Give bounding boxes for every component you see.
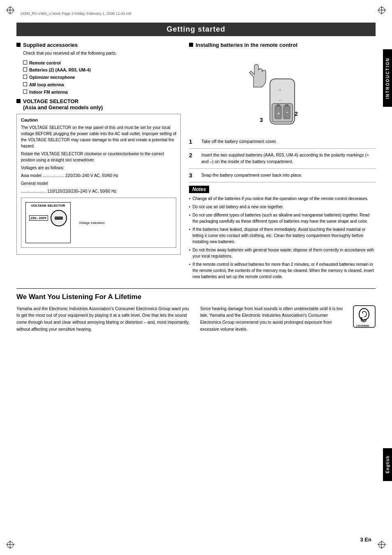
list-item: Do not throw away batteries with general… xyxy=(189,247,376,259)
notes-title: Notes xyxy=(189,186,209,193)
voltage-dial xyxy=(51,210,67,226)
list-item: If the batteries have leaked, dispose of… xyxy=(189,226,376,245)
bullet-icon xyxy=(16,43,21,47)
step-2: 2 Insert the two supplied batteries (AAA… xyxy=(189,152,376,169)
voltage-dial-area: 230– 240V xyxy=(29,210,67,226)
voltage-header-label: VOLTAGE SELECTOR(Asia and General models… xyxy=(23,98,103,111)
svg-text:–: – xyxy=(286,110,288,115)
note-text: Change all of the batteries if you notic… xyxy=(193,196,369,202)
note-text: If the batteries have leaked, dispose of… xyxy=(193,226,376,245)
bottom-right-text: Since hearing damage from loud sounds is… xyxy=(200,305,346,333)
notes-box: Notes Change all of the batteries if you… xyxy=(189,186,376,280)
steps-container: 1 Take off the battery compartment cover… xyxy=(189,138,376,182)
voltage-value-label: 230– 240V xyxy=(29,215,48,221)
caution-box: Caution The VOLTAGE SELECTOR on the rear… xyxy=(16,114,181,255)
battery-image-area: + – 1 2 + – 3 xyxy=(189,52,376,134)
right-column: Installing batteries in the remote contr… xyxy=(189,42,376,282)
step-1-text: Take off the battery compartment cover. xyxy=(201,138,277,145)
two-col-layout: Supplied accessories Check that you rece… xyxy=(16,42,376,282)
step-1-number: 1 xyxy=(189,138,197,145)
voltage-dial-inner xyxy=(55,216,63,220)
list-item-label: Optimizer microphone xyxy=(29,74,75,81)
list-item-label: Batteries (2) (AAA, R03, UM-4) xyxy=(29,67,91,73)
caution-body: The VOLTAGE SELECTOR on the rear panel o… xyxy=(21,124,176,194)
svg-text:–: – xyxy=(279,98,281,102)
list-item: Remote control xyxy=(23,60,181,66)
list-item: Do not use different types of batteries … xyxy=(189,212,376,224)
caution-title: Caution xyxy=(21,117,176,122)
list-item: Batteries (2) (AAA, R03, UM-4) xyxy=(23,67,181,73)
caution-para-3: Voltages are as follows: xyxy=(21,165,176,171)
section-title: Getting started xyxy=(16,23,376,36)
list-item: Do not use an old battery and a new one … xyxy=(189,204,376,210)
corner-mark-tr xyxy=(378,6,386,14)
list-item: Indoor FM antenna xyxy=(23,89,181,95)
note-text: Do not use an old battery and a new one … xyxy=(193,204,284,210)
voltage-indicator-label: Voltage indication xyxy=(79,221,105,225)
note-text: If the remote control is without batteri… xyxy=(193,261,376,280)
step-3: 3 Snap the battery compartment cover bac… xyxy=(189,172,376,182)
supplied-intro: Check that you received all of the follo… xyxy=(23,50,181,57)
list-item-label: AM loop antenna xyxy=(29,82,64,88)
checkbox-icon xyxy=(23,75,27,79)
voltage-diagram: VOLTAGE SELECTOR 230– 240V Voltage indic… xyxy=(21,198,176,248)
step-2-number: 2 xyxy=(189,152,197,159)
remote-illustration: + – 1 2 + – 3 xyxy=(245,54,319,132)
supplied-header: Supplied accessories xyxy=(16,42,181,48)
svg-text:+: + xyxy=(279,88,281,92)
checkbox-icon xyxy=(23,60,27,64)
list-item: Change all of the batteries if you notic… xyxy=(189,196,376,202)
listening-icon-svg: LISTENING xyxy=(353,305,376,328)
list-item: Optimizer microphone xyxy=(23,74,181,81)
caution-para-6: ...................... 110/120/220/230–2… xyxy=(21,188,176,194)
page: 01EN_RX-V463_U.book Page 3 Friday, Febru… xyxy=(0,0,392,555)
file-info: 01EN_RX-V463_U.book Page 3 Friday, Febru… xyxy=(21,12,131,16)
voltage-header: VOLTAGE SELECTOR(Asia and General models… xyxy=(16,98,181,111)
step-2-text: Insert the two supplied batteries (AAA, … xyxy=(201,152,376,165)
bottom-two-col: Yamaha and the Electronic Industries Ass… xyxy=(16,305,376,333)
svg-rect-5 xyxy=(285,104,288,106)
left-column: Supplied accessories Check that you rece… xyxy=(16,42,181,282)
main-content: Getting started Supplied accessories Che… xyxy=(16,23,376,532)
svg-rect-3 xyxy=(277,104,280,106)
list-item-label: Remote control xyxy=(29,60,61,66)
svg-text:LISTENING: LISTENING xyxy=(356,325,369,327)
bottom-right-col: Since hearing damage from loud sounds is… xyxy=(200,305,376,333)
list-item-label: Indoor FM antenna xyxy=(29,89,68,95)
notes-list: Change all of the batteries if you notic… xyxy=(189,196,376,280)
side-tab-english: English xyxy=(383,448,392,481)
bottom-title: We Want You Listening For A Lifetime xyxy=(16,293,376,301)
step-1-row: 1 Take off the battery compartment cover… xyxy=(189,138,376,145)
corner-mark-br xyxy=(378,541,386,549)
step-3-number: 3 xyxy=(189,172,197,179)
step-3-row: 3 Snap the battery compartment cover bac… xyxy=(189,172,376,179)
caution-para-4: Asia model ................... 220/230–2… xyxy=(21,173,176,179)
checkbox-icon xyxy=(23,67,27,71)
page-number: 3 En xyxy=(360,537,371,543)
side-tab-introduction: INTRODUCTION xyxy=(383,49,392,107)
bullet-icon xyxy=(16,99,21,103)
step-1: 1 Take off the battery compartment cover… xyxy=(189,138,376,149)
svg-text:+: + xyxy=(277,111,280,116)
corner-mark-tl xyxy=(6,6,14,14)
note-text: Do not throw away batteries with general… xyxy=(193,247,376,259)
list-item: AM loop antenna xyxy=(23,82,181,88)
voltage-selector-box: VOLTAGE SELECTOR 230– 240V xyxy=(25,202,71,243)
caution-para-5: General model xyxy=(21,180,176,187)
bottom-left-text: Yamaha and the Electronic Industries Ass… xyxy=(16,305,192,333)
svg-text:2: 2 xyxy=(295,111,298,117)
install-header: Installing batteries in the remote contr… xyxy=(189,42,376,48)
step-2-row: 2 Insert the two supplied batteries (AAA… xyxy=(189,152,376,165)
supplied-items-list: Remote control Batteries (2) (AAA, R03, … xyxy=(23,60,181,95)
checkbox-icon xyxy=(23,82,27,86)
list-item: If the remote control is without batteri… xyxy=(189,261,376,280)
corner-mark-bl xyxy=(6,541,14,549)
bottom-section: We Want You Listening For A Lifetime Yam… xyxy=(16,288,376,333)
voltage-selector-label: VOLTAGE SELECTOR xyxy=(31,204,65,208)
listening-icon: LISTENING xyxy=(353,305,376,330)
caution-para-1: The VOLTAGE SELECTOR on the rear panel o… xyxy=(21,124,176,149)
checkbox-icon xyxy=(23,90,27,94)
svg-text:3: 3 xyxy=(260,117,263,123)
bullet-icon xyxy=(189,43,193,47)
caution-para-2: Rotate the VOLTAGE SELECTOR clockwise or… xyxy=(21,151,176,163)
